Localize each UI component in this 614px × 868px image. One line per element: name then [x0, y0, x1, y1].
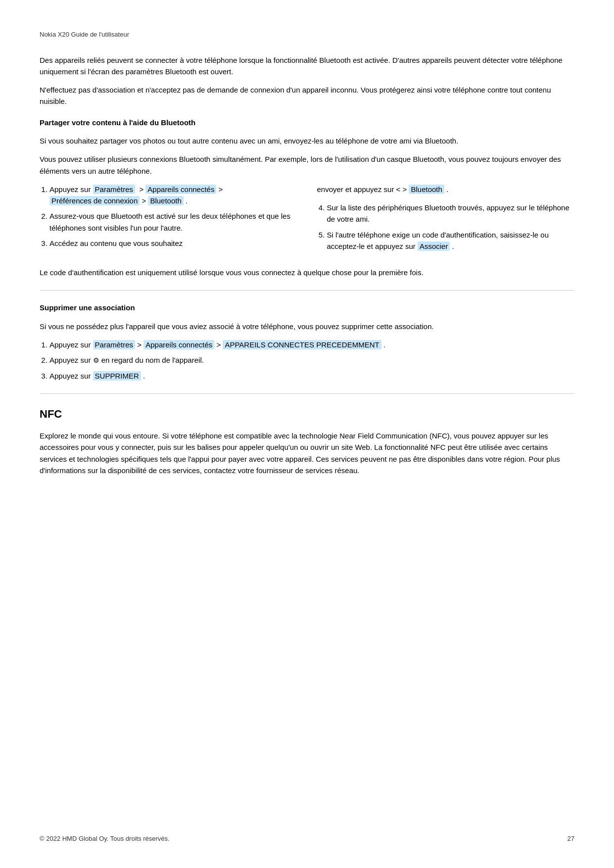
page-header: Nokia X20 Guide de l'utilisateur [40, 30, 574, 40]
bluetooth-share-title: Partager votre contenu à l'aide du Bluet… [40, 117, 574, 129]
steps-right-list: Sur la liste des périphériques Bluetooth… [317, 202, 575, 252]
gear-icon: ⚙ [93, 356, 99, 364]
highlight-appareils-1: Appareils connectés [145, 185, 216, 194]
highlight-parametres-1: Paramètres [93, 185, 136, 194]
section-divider-2 [40, 393, 574, 394]
nfc-title: NFC [40, 406, 574, 422]
step-1: Appuyez sur Paramètres > Appareils conne… [49, 184, 297, 207]
supprimer-step-3: Appuyez sur SUPPRIMER . [49, 370, 574, 382]
footer-page-number: 27 [567, 834, 574, 844]
highlight-parametres-2: Paramètres [93, 340, 136, 349]
supprimer-title: Supprimer une association [40, 302, 574, 314]
step-4: Sur la liste des périphériques Bluetooth… [327, 202, 575, 225]
steps-two-col: Appuyez sur Paramètres > Appareils conne… [40, 184, 574, 259]
steps-right-col: envoyer et appuyez sur < > Bluetooth . S… [317, 184, 575, 259]
page-footer: © 2022 HMD Global Oy. Tous droits réserv… [40, 834, 574, 844]
supprimer-step-1: Appuyez sur Paramètres > Appareils conne… [49, 339, 574, 350]
bluetooth-note: Le code d'authentification est uniquemen… [40, 267, 574, 278]
nfc-section: NFC Explorez le monde qui vous entoure. … [40, 406, 574, 476]
page: Nokia X20 Guide de l'utilisateur Des app… [0, 0, 614, 868]
highlight-preferences: Préférences de connexion [49, 196, 140, 205]
steps-left-list: Appuyez sur Paramètres > Appareils conne… [40, 184, 297, 249]
step-3-cont: envoyer et appuyez sur < > Bluetooth . [317, 184, 575, 195]
highlight-associer: Associer [418, 241, 450, 251]
highlight-bluetooth-1: Bluetooth [148, 196, 183, 205]
step-5: Si l'autre téléphone exige un code d'aut… [327, 229, 575, 252]
highlight-supprimer: SUPPRIMER [93, 371, 141, 381]
bluetooth-share-para1: Si vous souhaitez partager vos photos ou… [40, 135, 574, 146]
bluetooth-share-para2: Vous pouvez utiliser plusieurs connexion… [40, 153, 574, 177]
supprimer-steps-list: Appuyez sur Paramètres > Appareils conne… [40, 339, 574, 382]
intro-para2: N'effectuez pas d'association et n'accep… [40, 84, 574, 107]
intro-para1: Des appareils reliés peuvent se connecte… [40, 54, 574, 78]
section-divider-1 [40, 290, 574, 290]
footer-copyright: © 2022 HMD Global Oy. Tous droits réserv… [40, 834, 170, 844]
supprimer-step-2: Appuyez sur ⚙ en regard du nom de l'appa… [49, 354, 574, 366]
highlight-appareils-2: Appareils connectés [143, 340, 214, 349]
step-2: Assurez-vous que Bluetooth est activé su… [49, 210, 297, 234]
supprimer-section: Supprimer une association Si vous ne pos… [40, 302, 574, 382]
supprimer-para1: Si vous ne possédez plus l'appareil que … [40, 321, 574, 332]
steps-left-col: Appuyez sur Paramètres > Appareils conne… [40, 184, 297, 259]
nfc-para: Explorez le monde qui vous entoure. Si v… [40, 430, 574, 476]
bluetooth-share-section: Partager votre contenu à l'aide du Bluet… [40, 117, 574, 279]
intro-section: Des appareils reliés peuvent se connecte… [40, 54, 574, 107]
step-3: Accédez au contenu que vous souhaitez [49, 238, 297, 249]
highlight-bluetooth-2: Bluetooth [409, 185, 444, 194]
highlight-appareils-precedemment: APPAREILS CONNECTES PRECEDEMMENT [223, 340, 381, 349]
header-title: Nokia X20 Guide de l'utilisateur [40, 31, 129, 38]
